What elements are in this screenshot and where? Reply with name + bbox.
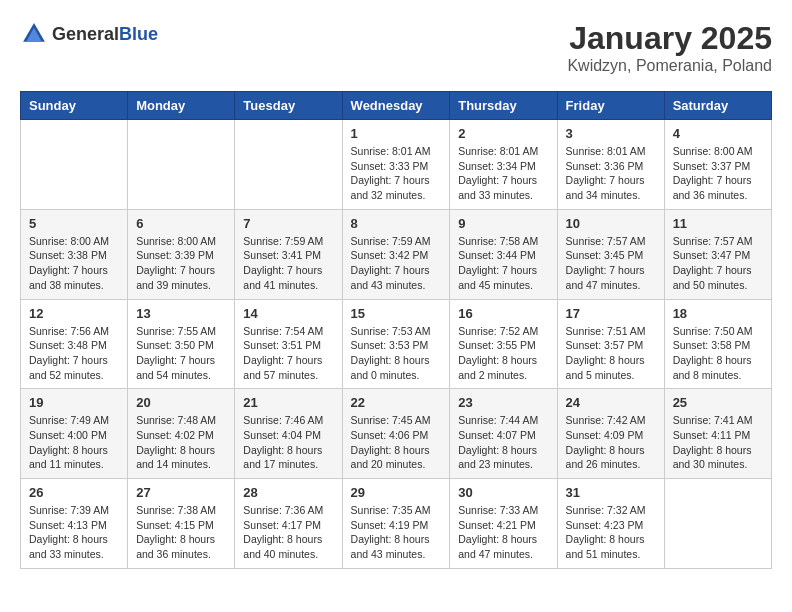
- logo-icon: [20, 20, 48, 48]
- calendar-week-row: 12Sunrise: 7:56 AM Sunset: 3:48 PM Dayli…: [21, 299, 772, 389]
- calendar-day-cell: 17Sunrise: 7:51 AM Sunset: 3:57 PM Dayli…: [557, 299, 664, 389]
- calendar-day-cell: 7Sunrise: 7:59 AM Sunset: 3:41 PM Daylig…: [235, 209, 342, 299]
- calendar-day-cell: 8Sunrise: 7:59 AM Sunset: 3:42 PM Daylig…: [342, 209, 450, 299]
- day-number: 19: [29, 395, 119, 410]
- day-info: Sunrise: 8:00 AM Sunset: 3:39 PM Dayligh…: [136, 234, 226, 293]
- calendar-week-row: 19Sunrise: 7:49 AM Sunset: 4:00 PM Dayli…: [21, 389, 772, 479]
- calendar-day-cell: 30Sunrise: 7:33 AM Sunset: 4:21 PM Dayli…: [450, 479, 557, 569]
- calendar-day-cell: 11Sunrise: 7:57 AM Sunset: 3:47 PM Dayli…: [664, 209, 771, 299]
- calendar-empty-cell: [128, 120, 235, 210]
- calendar-day-cell: 25Sunrise: 7:41 AM Sunset: 4:11 PM Dayli…: [664, 389, 771, 479]
- day-info: Sunrise: 7:48 AM Sunset: 4:02 PM Dayligh…: [136, 413, 226, 472]
- day-info: Sunrise: 7:33 AM Sunset: 4:21 PM Dayligh…: [458, 503, 548, 562]
- calendar-week-row: 26Sunrise: 7:39 AM Sunset: 4:13 PM Dayli…: [21, 479, 772, 569]
- day-number: 22: [351, 395, 442, 410]
- day-info: Sunrise: 7:54 AM Sunset: 3:51 PM Dayligh…: [243, 324, 333, 383]
- day-number: 3: [566, 126, 656, 141]
- day-info: Sunrise: 7:32 AM Sunset: 4:23 PM Dayligh…: [566, 503, 656, 562]
- title-block: January 2025 Kwidzyn, Pomerania, Poland: [567, 20, 772, 75]
- day-info: Sunrise: 7:57 AM Sunset: 3:47 PM Dayligh…: [673, 234, 763, 293]
- day-number: 1: [351, 126, 442, 141]
- day-number: 26: [29, 485, 119, 500]
- calendar-day-cell: 19Sunrise: 7:49 AM Sunset: 4:00 PM Dayli…: [21, 389, 128, 479]
- day-number: 5: [29, 216, 119, 231]
- day-info: Sunrise: 7:51 AM Sunset: 3:57 PM Dayligh…: [566, 324, 656, 383]
- weekday-header-row: SundayMondayTuesdayWednesdayThursdayFrid…: [21, 92, 772, 120]
- day-info: Sunrise: 7:52 AM Sunset: 3:55 PM Dayligh…: [458, 324, 548, 383]
- calendar-day-cell: 16Sunrise: 7:52 AM Sunset: 3:55 PM Dayli…: [450, 299, 557, 389]
- weekday-header-saturday: Saturday: [664, 92, 771, 120]
- calendar-table: SundayMondayTuesdayWednesdayThursdayFrid…: [20, 91, 772, 569]
- day-number: 21: [243, 395, 333, 410]
- day-number: 10: [566, 216, 656, 231]
- page-header: GeneralBlue January 2025 Kwidzyn, Pomera…: [20, 20, 772, 75]
- day-number: 31: [566, 485, 656, 500]
- day-info: Sunrise: 7:44 AM Sunset: 4:07 PM Dayligh…: [458, 413, 548, 472]
- day-number: 6: [136, 216, 226, 231]
- calendar-day-cell: 29Sunrise: 7:35 AM Sunset: 4:19 PM Dayli…: [342, 479, 450, 569]
- day-number: 24: [566, 395, 656, 410]
- day-info: Sunrise: 7:41 AM Sunset: 4:11 PM Dayligh…: [673, 413, 763, 472]
- day-number: 28: [243, 485, 333, 500]
- calendar-day-cell: 5Sunrise: 8:00 AM Sunset: 3:38 PM Daylig…: [21, 209, 128, 299]
- day-info: Sunrise: 7:57 AM Sunset: 3:45 PM Dayligh…: [566, 234, 656, 293]
- calendar-day-cell: 14Sunrise: 7:54 AM Sunset: 3:51 PM Dayli…: [235, 299, 342, 389]
- calendar-day-cell: 21Sunrise: 7:46 AM Sunset: 4:04 PM Dayli…: [235, 389, 342, 479]
- calendar-empty-cell: [235, 120, 342, 210]
- page-subtitle: Kwidzyn, Pomerania, Poland: [567, 57, 772, 75]
- day-number: 12: [29, 306, 119, 321]
- calendar-day-cell: 26Sunrise: 7:39 AM Sunset: 4:13 PM Dayli…: [21, 479, 128, 569]
- page-title: January 2025: [567, 20, 772, 57]
- weekday-header-monday: Monday: [128, 92, 235, 120]
- calendar-day-cell: 24Sunrise: 7:42 AM Sunset: 4:09 PM Dayli…: [557, 389, 664, 479]
- day-number: 25: [673, 395, 763, 410]
- calendar-day-cell: 22Sunrise: 7:45 AM Sunset: 4:06 PM Dayli…: [342, 389, 450, 479]
- calendar-day-cell: 28Sunrise: 7:36 AM Sunset: 4:17 PM Dayli…: [235, 479, 342, 569]
- calendar-day-cell: 10Sunrise: 7:57 AM Sunset: 3:45 PM Dayli…: [557, 209, 664, 299]
- day-number: 23: [458, 395, 548, 410]
- day-info: Sunrise: 7:36 AM Sunset: 4:17 PM Dayligh…: [243, 503, 333, 562]
- day-info: Sunrise: 7:55 AM Sunset: 3:50 PM Dayligh…: [136, 324, 226, 383]
- calendar-week-row: 1Sunrise: 8:01 AM Sunset: 3:33 PM Daylig…: [21, 120, 772, 210]
- calendar-day-cell: 1Sunrise: 8:01 AM Sunset: 3:33 PM Daylig…: [342, 120, 450, 210]
- calendar-week-row: 5Sunrise: 8:00 AM Sunset: 3:38 PM Daylig…: [21, 209, 772, 299]
- calendar-day-cell: 23Sunrise: 7:44 AM Sunset: 4:07 PM Dayli…: [450, 389, 557, 479]
- day-info: Sunrise: 7:42 AM Sunset: 4:09 PM Dayligh…: [566, 413, 656, 472]
- weekday-header-friday: Friday: [557, 92, 664, 120]
- day-info: Sunrise: 7:45 AM Sunset: 4:06 PM Dayligh…: [351, 413, 442, 472]
- day-number: 9: [458, 216, 548, 231]
- weekday-header-thursday: Thursday: [450, 92, 557, 120]
- calendar-empty-cell: [664, 479, 771, 569]
- calendar-day-cell: 18Sunrise: 7:50 AM Sunset: 3:58 PM Dayli…: [664, 299, 771, 389]
- day-info: Sunrise: 7:35 AM Sunset: 4:19 PM Dayligh…: [351, 503, 442, 562]
- day-info: Sunrise: 7:58 AM Sunset: 3:44 PM Dayligh…: [458, 234, 548, 293]
- day-number: 18: [673, 306, 763, 321]
- day-info: Sunrise: 8:01 AM Sunset: 3:34 PM Dayligh…: [458, 144, 548, 203]
- logo: GeneralBlue: [20, 20, 158, 48]
- day-info: Sunrise: 8:00 AM Sunset: 3:37 PM Dayligh…: [673, 144, 763, 203]
- day-info: Sunrise: 7:59 AM Sunset: 3:41 PM Dayligh…: [243, 234, 333, 293]
- calendar-day-cell: 31Sunrise: 7:32 AM Sunset: 4:23 PM Dayli…: [557, 479, 664, 569]
- day-number: 17: [566, 306, 656, 321]
- day-number: 30: [458, 485, 548, 500]
- day-number: 16: [458, 306, 548, 321]
- day-number: 29: [351, 485, 442, 500]
- day-info: Sunrise: 7:56 AM Sunset: 3:48 PM Dayligh…: [29, 324, 119, 383]
- calendar-day-cell: 6Sunrise: 8:00 AM Sunset: 3:39 PM Daylig…: [128, 209, 235, 299]
- calendar-day-cell: 13Sunrise: 7:55 AM Sunset: 3:50 PM Dayli…: [128, 299, 235, 389]
- calendar-day-cell: 27Sunrise: 7:38 AM Sunset: 4:15 PM Dayli…: [128, 479, 235, 569]
- calendar-day-cell: 12Sunrise: 7:56 AM Sunset: 3:48 PM Dayli…: [21, 299, 128, 389]
- calendar-empty-cell: [21, 120, 128, 210]
- weekday-header-tuesday: Tuesday: [235, 92, 342, 120]
- day-number: 8: [351, 216, 442, 231]
- day-info: Sunrise: 8:00 AM Sunset: 3:38 PM Dayligh…: [29, 234, 119, 293]
- day-number: 4: [673, 126, 763, 141]
- calendar-day-cell: 4Sunrise: 8:00 AM Sunset: 3:37 PM Daylig…: [664, 120, 771, 210]
- day-info: Sunrise: 7:50 AM Sunset: 3:58 PM Dayligh…: [673, 324, 763, 383]
- logo-text-blue: Blue: [119, 24, 158, 44]
- day-info: Sunrise: 7:38 AM Sunset: 4:15 PM Dayligh…: [136, 503, 226, 562]
- day-number: 27: [136, 485, 226, 500]
- day-info: Sunrise: 7:59 AM Sunset: 3:42 PM Dayligh…: [351, 234, 442, 293]
- day-number: 13: [136, 306, 226, 321]
- weekday-header-wednesday: Wednesday: [342, 92, 450, 120]
